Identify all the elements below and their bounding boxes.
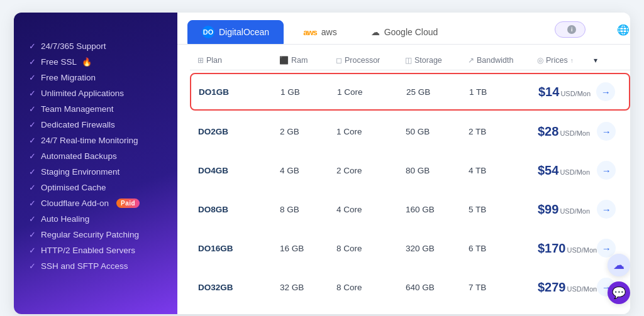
check-icon: ✓ [29,167,36,177]
check-icon: ✓ [29,151,36,161]
table-row[interactable]: DO16GB 16 GB 8 Core 320 GB 6 TB $170 USD… [190,230,630,266]
bottom-right-icons: ☁ 💬 [608,254,630,304]
chevron-down-icon: ▾ [594,56,597,65]
col-processor: ◻ Processor [336,56,405,65]
feature-label: Free Migration [41,73,96,82]
bandwidth-value: 7 TB [469,283,538,292]
select-plan-button[interactable]: → [597,200,616,219]
bandwidth-value: 2 TB [469,127,538,136]
check-icon: ✓ [29,246,36,255]
plan-name: DO1GB [199,87,280,97]
check-icon: ✓ [29,230,36,239]
feature-list-item: ✓ SSH and SFTP Access [29,261,162,271]
feature-list-item: ✓ Automated Backups [29,151,162,161]
price-cell: $28 USD/Mon [538,124,597,139]
cloud-icon-button[interactable]: ☁ [608,254,630,276]
check-icon: ✓ [29,104,36,114]
storage-value: 25 GB [406,87,469,97]
table-row[interactable]: DO4GB 4 GB 2 Core 80 GB 4 TB $54 USD/Mon… [190,152,630,188]
bandwidth-value: 1 TB [469,87,538,97]
price-unit: USD/Mon [560,207,590,215]
price-cell: $54 USD/Mon [538,163,597,178]
premium-pill[interactable]: i [555,21,586,38]
price-main: $28 [538,124,558,139]
processor-col-icon: ◻ [336,56,342,65]
plan-name: DO32GB [198,283,280,292]
price-main: $14 [538,85,559,99]
check-icon: ✓ [29,214,36,224]
provider-tab-googlecloud[interactable]: ☁Google Cloud [357,21,453,43]
info-icon: i [567,25,576,34]
check-icon: ✓ [29,73,36,82]
storage-value: 640 GB [406,283,469,292]
standard-pill[interactable] [592,26,611,33]
ram-value: 4 GB [280,166,336,175]
price-cell: $14 USD/Mon [538,85,596,99]
processor-value: 2 Core [336,166,406,175]
price-cell: $170 USD/Mon [538,241,597,256]
check-icon: ✓ [29,183,36,192]
ram-col-icon: ⬛ [279,56,289,65]
price-main: $279 [538,280,566,295]
feature-list-item: ✓ Optimised Cache [29,183,162,192]
select-plan-button[interactable]: → [597,122,616,141]
table-row[interactable]: DO32GB 32 GB 8 Core 640 GB 7 TB $279 USD… [190,269,630,305]
sort-icon: ↑ [570,57,574,64]
plan-name: DO2GB [198,127,280,136]
col-prices[interactable]: ◎ Prices ↑ ▾ [537,56,597,65]
processor-value: 1 Core [337,87,406,97]
ram-value: 2 GB [280,127,336,136]
chat-icon-button[interactable]: 💬 [608,281,630,304]
feature-list-item: ✓ HTTP/2 Enabled Servers [29,246,162,255]
plan-rows: DO1GB 1 GB 1 Core 25 GB 1 TB $14 USD/Mon… [190,73,630,305]
sidebar: ✓ 24/7/365 Support ✓ Free SSL 🔥 ✓ Free M… [14,13,177,314]
feature-label: Free SSL [41,57,77,67]
price-unit: USD/Mon [567,246,597,254]
feature-list-item: ✓ Cloudflare Add-on Paid [29,199,162,208]
provider-tab-aws[interactable]: awsaws [289,21,351,43]
plan-name: DO8GB [198,205,280,214]
googlecloud-icon: ☁ [371,27,380,37]
ram-value: 1 GB [280,87,337,97]
period-selector[interactable]: ▾ [592,56,597,65]
feature-label: 24/7 Real-time Monitoring [41,136,138,145]
fire-icon: 🔥 [82,57,92,67]
price-unit: USD/Mon [567,285,597,293]
ram-value: 8 GB [280,205,336,214]
storage-value: 320 GB [406,244,469,253]
plan-col-icon: ⊞ [197,56,204,65]
bandwidth-col-icon: ↗ [468,56,474,65]
processor-value: 1 Core [336,127,406,136]
select-plan-button[interactable]: → [596,82,615,101]
storage-value: 160 GB [406,205,469,214]
aws-icon: aws [303,28,317,37]
table-row[interactable]: DO8GB 8 GB 4 Core 160 GB 5 TB $99 USD/Mo… [190,191,630,227]
feature-label: Team Management [41,104,114,114]
main-content: DODigitalOceanawsaws☁Google Cloud i 🌐 [177,13,630,314]
feature-label: Auto Healing [41,214,89,224]
ram-value: 16 GB [280,244,336,253]
bandwidth-value: 5 TB [469,205,538,214]
processor-value: 4 Core [336,205,406,214]
storage-value: 80 GB [406,166,469,175]
feature-list: ✓ 24/7/365 Support ✓ Free SSL 🔥 ✓ Free M… [29,41,162,271]
check-icon: ✓ [29,57,36,67]
provider-tab-digitalocean[interactable]: DODigitalOcean [187,20,284,44]
feature-list-item: ✓ Auto Healing [29,214,162,224]
col-plan: ⊞ Plan [197,56,279,65]
paid-badge: Paid [116,199,140,208]
datacenter-button[interactable]: 🌐 [617,24,630,36]
price-main: $170 [538,241,566,256]
processor-value: 8 Core [336,283,406,292]
plan-name: DO4GB [198,166,280,175]
feature-list-item: ✓ 24/7/365 Support [29,41,162,51]
feature-list-item: ✓ Staging Environment [29,167,162,177]
check-icon: ✓ [29,120,36,129]
feature-label: Automated Backups [41,151,117,161]
col-ram: ⬛ Ram [279,56,336,65]
check-icon: ✓ [29,89,36,98]
select-plan-button[interactable]: → [597,161,616,180]
table-row[interactable]: DO2GB 2 GB 1 Core 50 GB 2 TB $28 USD/Mon… [190,113,630,150]
feature-list-item: ✓ Free Migration [29,73,162,82]
table-row[interactable]: DO1GB 1 GB 1 Core 25 GB 1 TB $14 USD/Mon… [190,73,630,111]
